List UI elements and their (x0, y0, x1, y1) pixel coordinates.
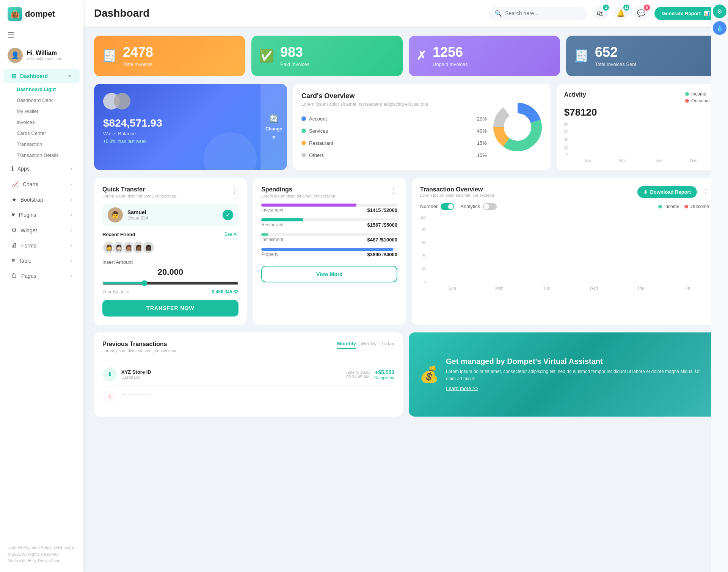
spending-label-investment: Investment (261, 207, 284, 213)
cards-overview-title: Card's Overview (301, 92, 487, 100)
quick-transfer-title: Quick Transfer (102, 186, 177, 193)
chevron-down-icon: ▼ (67, 74, 72, 79)
x-label-thu-to: Thu (620, 286, 662, 290)
spending-investment: Investment $1415 /$2000 (261, 204, 397, 213)
co-row-restaurant: Restaurant 15% (301, 137, 487, 149)
unpaid-invoices-number: 1256 (433, 45, 468, 60)
sub-item-invoices[interactable]: Invoices (0, 117, 83, 128)
unpaid-icon: ✗ (416, 49, 427, 63)
theme-panel-button[interactable]: 💧 (713, 21, 726, 35)
user-greeting: Hi, William (27, 50, 62, 56)
donut-chart (493, 92, 542, 162)
spendings-card: Spendings Lorem ipsum dolor sit amet, co… (253, 178, 406, 325)
to-more-options[interactable]: ⋮ (701, 187, 709, 196)
stat-card-total-invoices: 🧾 2478 Total Invoices (94, 36, 245, 76)
spendings-more-options[interactable]: ⋮ (390, 186, 397, 195)
analytics-toggle[interactable] (483, 203, 497, 210)
x-label-wed: Wed (678, 158, 710, 163)
pt-title: Previous Transactions (102, 341, 177, 348)
change-label: Change (265, 126, 282, 132)
sidebar-item-apps[interactable]: ℹ Apps › (4, 161, 80, 176)
notification-badge: 12 (623, 5, 629, 11)
insert-amount-value: 20.000 (102, 267, 238, 277)
tab-monthly[interactable]: Monthly (337, 341, 356, 349)
sidebar-item-label: Plugins (19, 212, 36, 218)
sidebar-item-widget[interactable]: ⚙ Widget › (4, 223, 80, 238)
bag-button[interactable]: 🛍 2 (593, 6, 607, 20)
settings-panel-button[interactable]: ⚙ (713, 5, 726, 18)
generate-report-label: Generate Report (662, 11, 701, 16)
services-dot (301, 129, 306, 133)
tab-weekly[interactable]: Weekly (361, 341, 377, 349)
insert-amount-label: Insert Amount (102, 259, 238, 265)
person-name: Samuel (127, 209, 148, 215)
sub-item-cards-center[interactable]: Cards Center (0, 128, 83, 139)
sidebar-item-label: Table (19, 258, 31, 264)
tab-today[interactable]: Today (381, 341, 394, 349)
generate-report-button[interactable]: Generate Report 📊 (654, 7, 717, 20)
download-report-button[interactable]: ⬇ Download Report (637, 186, 697, 198)
hamburger-menu[interactable]: ☰ (0, 27, 83, 43)
transfer-person: 👨 Samuel @sam224 ✓ (102, 204, 238, 226)
see-all-link[interactable]: See All (224, 232, 238, 237)
spending-label-restaurant: Restaurant (261, 222, 284, 228)
x-label-fri-to: Fri (667, 286, 709, 290)
message-button[interactable]: 💬 5 (634, 6, 648, 20)
stat-card-unpaid-invoices: ✗ 1256 Unpaid Invoices (409, 36, 560, 76)
sub-item-dashboard-light[interactable]: Dashboard Light (0, 84, 83, 95)
income-dot (685, 92, 689, 96)
number-toggle[interactable] (441, 203, 454, 210)
to-legend: Income Outcome (658, 204, 709, 209)
pages-icon: 🗒 (11, 273, 17, 279)
sidebar-item-bootstrap[interactable]: ★ Bootstrap › (4, 192, 80, 207)
sent-invoices-number: 652 (595, 45, 636, 60)
total-invoices-number: 2478 (123, 45, 153, 60)
chevron-right-icon: › (71, 273, 72, 279)
more-options-button[interactable]: ⋮ (231, 186, 238, 195)
spending-restaurant: Restaurant $1567 /$5000 (261, 218, 397, 228)
logo-text: dompet (25, 9, 55, 19)
download-report-label: Download Report (650, 189, 691, 195)
transfer-now-button[interactable]: TRANSFER NOW (102, 300, 238, 317)
sidebar-item-dashboard[interactable]: ⊞ Dashboard ▼ (4, 69, 80, 83)
plugins-icon: ♥ (11, 212, 15, 218)
sidebar-item-plugins[interactable]: ♥ Plugins › (4, 208, 80, 222)
search-input[interactable] (505, 10, 573, 16)
logo-icon: 👜 (8, 7, 22, 21)
sidebar-item-charts[interactable]: 📈 Charts › (4, 177, 80, 191)
bottom-row: Quick Transfer Lorem ipsum dolor sit ame… (94, 178, 717, 325)
footer-copyright: © 2021 All Rights Reserved (8, 551, 76, 558)
main-content: Dashboard 🔍 🛍 2 🔔 12 💬 5 Generate Report… (83, 0, 728, 572)
sidebar-item-table[interactable]: ≡ Table › (4, 254, 80, 268)
sidebar-footer: Dompet Payment Admin Dashboard © 2021 Al… (0, 538, 83, 564)
quick-transfer-card: Quick Transfer Lorem ipsum dolor sit ame… (94, 178, 247, 325)
chevron-right-icon: › (71, 258, 72, 263)
spending-amounts-installment: $487 /$10000 (367, 237, 397, 243)
va-learn-more-link[interactable]: Learn more >> (446, 386, 478, 391)
notification-button[interactable]: 🔔 12 (613, 6, 628, 20)
sub-item-transaction[interactable]: Transaction (0, 139, 83, 150)
person-handle: @sam224 (127, 215, 148, 221)
sidebar-item-forms[interactable]: 🖨 Forms › (4, 238, 80, 253)
sidebar-item-pages[interactable]: 🗒 Pages › (4, 269, 80, 283)
activity-chart: 80 60 40 20 0 (564, 123, 710, 163)
sent-icon: 🧾 (574, 49, 589, 63)
footer-brand: Dompet Payment Admin Dashboard (8, 544, 76, 551)
amount-slider[interactable] (102, 280, 238, 286)
to-chart: 100 80 60 40 20 0 (420, 215, 709, 290)
sub-item-my-wallet[interactable]: My Wallet (0, 106, 83, 117)
stat-card-paid-invoices: ✅ 983 Paid Invoices (251, 36, 403, 76)
tx-time: 05:34:45 AM (345, 375, 370, 379)
spending-installment: Installment $487 /$10000 (261, 233, 397, 243)
change-button[interactable]: 🔄 Change ▼ (260, 84, 287, 170)
spending-label-property: Property (261, 252, 278, 257)
restaurant-dot (301, 141, 306, 145)
sub-item-transaction-details[interactable]: Transaction Details (0, 150, 83, 161)
co-row-others: Others 15% (301, 149, 487, 161)
cards-overview-subtitle: Lorem ipsum dolor sit amet, consectetur … (301, 102, 487, 107)
sidebar: 👜 dompet ☰ 👤 Hi, William william@gmail.c… (0, 0, 83, 572)
sub-item-dashboard-dark[interactable]: Dashboard Dark (0, 95, 83, 106)
chevron-right-icon: › (71, 228, 72, 233)
stat-card-sent-invoices: 🧾 652 Total Invoices Sent (566, 36, 717, 76)
view-more-button[interactable]: View More (261, 266, 397, 282)
